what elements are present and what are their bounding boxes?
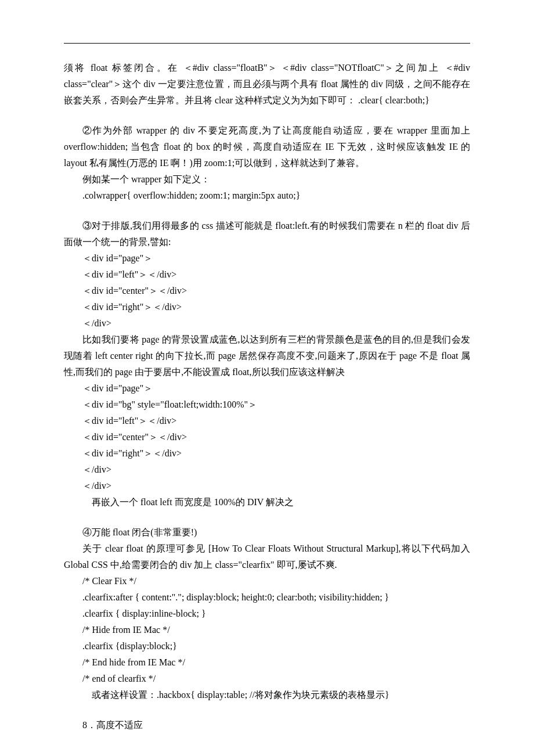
heading-8: 8．高度不适应 (64, 717, 470, 733)
paragraph-6: ④万能 float 闭合(非常重要!) (64, 524, 470, 541)
code-block1-line2: ＜div id="left"＞＜/div> (64, 267, 470, 283)
blank-line (64, 109, 470, 123)
code-block2-line5: ＜div id="right"＞＜/div> (64, 445, 470, 462)
paragraph-2: ②作为外部 wrapper 的 div 不要定死高度,为了让高度能自动适应，要在… (64, 123, 470, 171)
code-colwrapper: .colwrapper{ overflow:hidden; zoom:1; ma… (64, 188, 470, 204)
code-block2-line1: ＜div id="page"＞ (64, 380, 470, 397)
code-block2-line6: ＜/div> (64, 462, 470, 478)
clearfix-line5: .clearfix {display:block;} (64, 638, 470, 654)
code-block2-line7: ＜/div> (64, 478, 470, 494)
clearfix-line3: .clearfix { display:inline-block; } (64, 606, 470, 622)
code-block1-line5: ＜/div> (64, 315, 470, 332)
code-block2-line2: ＜div id="bg" style="float:left;width:100… (64, 397, 470, 413)
clearfix-line4: /* Hide from IE Mac */ (64, 622, 470, 638)
clearfix-line1: /* Clear Fix */ (64, 573, 470, 589)
code-block2-line4: ＜div id="center"＞＜/div> (64, 429, 470, 445)
code-block1-line3: ＜div id="center"＞＜/div> (64, 283, 470, 299)
paragraph-2a: 例如某一个 wrapper 如下定义： (64, 171, 470, 188)
paragraph-1: 须将 float 标签闭合。在 ＜#div class="floatB"＞ ＜#… (64, 60, 470, 109)
paragraph-3: ③对于排版,我们用得最多的 css 描述可能就是 float:left.有的时候… (64, 218, 470, 250)
clearfix-line6: /* End hide from IE Mac */ (64, 654, 470, 671)
code-block2-line3: ＜div id="left"＞＜/div> (64, 413, 470, 429)
code-block1-line1: ＜div id="page"＞ (64, 250, 470, 267)
paragraph-5: 再嵌入一个 float left 而宽度是 100%的 DIV 解决之 (64, 494, 470, 510)
paragraph-8: 或者这样设置：.hackbox{ display:table; //将对象作为块… (64, 687, 470, 703)
blank-line (64, 204, 470, 218)
document-page: 须将 float 标签闭合。在 ＜#div class="floatB"＞ ＜#… (0, 0, 534, 756)
header-rule (64, 43, 470, 44)
paragraph-4: 比如我们要将 page 的背景设置成蓝色,以达到所有三栏的背景颜色是蓝色的目的,… (64, 332, 470, 380)
code-block1-line4: ＜div id="right"＞＜/div> (64, 299, 470, 315)
blank-line (64, 510, 470, 524)
blank-line (64, 703, 470, 717)
clearfix-line7: /* end of clearfix */ (64, 671, 470, 687)
clearfix-line2: .clearfix:after { content:"."; display:b… (64, 589, 470, 606)
paragraph-7: 关于 clear float 的原理可参见 [How To Clear Floa… (64, 541, 470, 573)
